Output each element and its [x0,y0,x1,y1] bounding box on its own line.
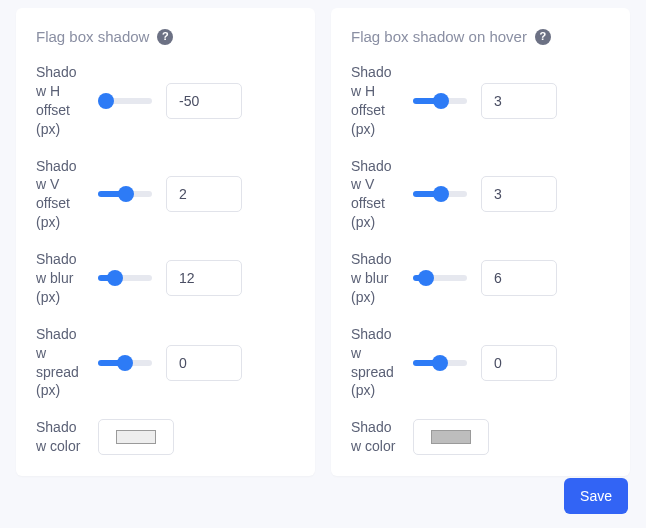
slider-shadow-h-offset[interactable] [413,98,467,104]
flag-box-shadow-panel: Flag box shadow ? Shadow H offset (px) S… [16,8,315,476]
panel-title-text: Flag box shadow [36,28,149,45]
label-shadow-h-offset: Shadow H offset (px) [36,63,84,139]
help-icon[interactable]: ? [157,29,173,45]
row-shadow-v-offset: Shadow V offset (px) [36,157,295,233]
label-shadow-blur: Shadow blur (px) [36,250,84,307]
panel-title: Flag box shadow ? [36,28,295,45]
label-shadow-blur: Shadow blur (px) [351,250,399,307]
input-shadow-blur[interactable] [166,260,242,296]
save-button[interactable]: Save [564,478,628,514]
slider-shadow-v-offset[interactable] [413,191,467,197]
flag-box-shadow-hover-panel: Flag box shadow on hover ? Shadow H offs… [331,8,630,476]
slider-shadow-blur[interactable] [413,275,467,281]
input-shadow-v-offset[interactable] [166,176,242,212]
row-shadow-color: Shadow color [351,418,610,456]
label-shadow-v-offset: Shadow V offset (px) [36,157,84,233]
color-swatch-icon [431,430,471,444]
color-picker-shadow[interactable] [413,419,489,455]
label-shadow-color: Shadow color [351,418,399,456]
panel-title-text: Flag box shadow on hover [351,28,527,45]
input-shadow-spread[interactable] [481,345,557,381]
row-shadow-blur: Shadow blur (px) [351,250,610,307]
slider-shadow-blur[interactable] [98,275,152,281]
row-shadow-blur: Shadow blur (px) [36,250,295,307]
row-shadow-spread: Shadow spread (px) [36,325,295,401]
label-shadow-color: Shadow color [36,418,84,456]
input-shadow-h-offset[interactable] [166,83,242,119]
color-swatch-icon [116,430,156,444]
input-shadow-blur[interactable] [481,260,557,296]
slider-shadow-h-offset[interactable] [98,98,152,104]
color-picker-shadow[interactable] [98,419,174,455]
row-shadow-spread: Shadow spread (px) [351,325,610,401]
input-shadow-spread[interactable] [166,345,242,381]
panel-title: Flag box shadow on hover ? [351,28,610,45]
row-shadow-color: Shadow color [36,418,295,456]
row-shadow-h-offset: Shadow H offset (px) [36,63,295,139]
row-shadow-v-offset: Shadow V offset (px) [351,157,610,233]
label-shadow-spread: Shadow spread (px) [351,325,399,401]
help-icon[interactable]: ? [535,29,551,45]
input-shadow-v-offset[interactable] [481,176,557,212]
slider-shadow-v-offset[interactable] [98,191,152,197]
label-shadow-spread: Shadow spread (px) [36,325,84,401]
label-shadow-v-offset: Shadow V offset (px) [351,157,399,233]
slider-shadow-spread[interactable] [98,360,152,366]
label-shadow-h-offset: Shadow H offset (px) [351,63,399,139]
input-shadow-h-offset[interactable] [481,83,557,119]
slider-shadow-spread[interactable] [413,360,467,366]
row-shadow-h-offset: Shadow H offset (px) [351,63,610,139]
